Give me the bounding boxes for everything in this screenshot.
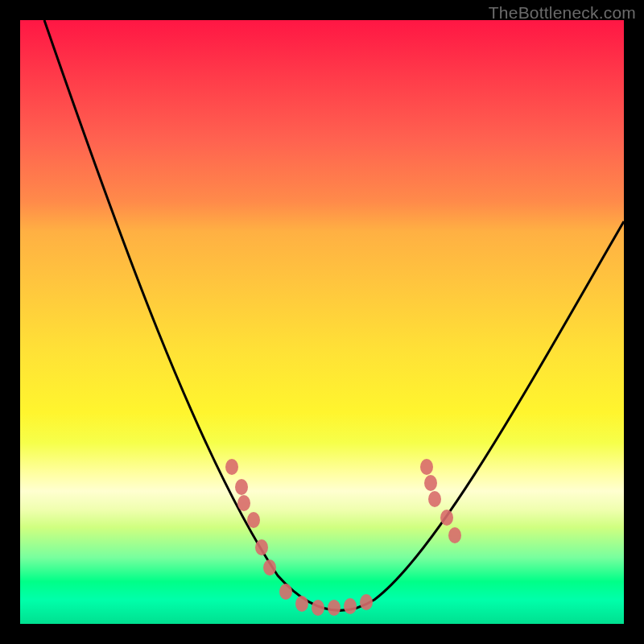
curve-marker <box>237 495 250 511</box>
curve-marker <box>328 600 341 616</box>
curve-marker <box>247 512 260 528</box>
curve-marker <box>440 510 453 526</box>
chart-svg <box>20 20 624 624</box>
chart-plot-area <box>20 20 624 624</box>
curve-marker <box>255 539 268 555</box>
curve-marker <box>235 479 248 495</box>
curve-marker <box>295 596 308 612</box>
curve-marker <box>360 594 373 610</box>
curve-marker <box>225 459 238 475</box>
curve-marker <box>344 598 357 614</box>
curve-marker <box>279 584 292 600</box>
curve-marker <box>428 491 441 507</box>
bottleneck-curve <box>44 20 624 610</box>
curve-marker <box>448 527 461 543</box>
curve-marker <box>424 475 437 491</box>
watermark-text: TheBottleneck.com <box>489 3 636 23</box>
curve-marker <box>263 559 276 576</box>
curve-marker <box>420 459 433 475</box>
marker-group <box>225 459 461 616</box>
curve-marker <box>312 600 324 616</box>
